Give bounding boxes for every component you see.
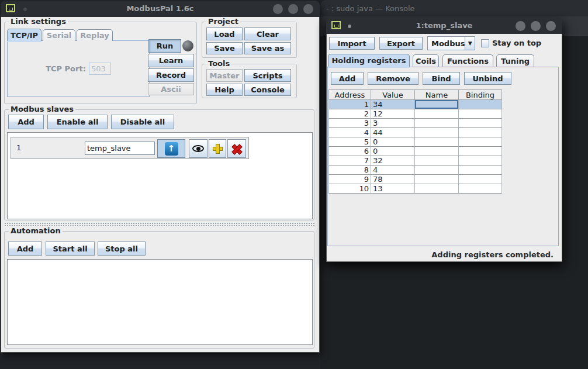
cell-value[interactable]: 44 <box>371 128 415 137</box>
cell-binding[interactable] <box>459 156 502 165</box>
cell-binding[interactable] <box>459 109 502 119</box>
tab-serial[interactable]: Serial <box>43 29 75 41</box>
record-button[interactable]: Record <box>148 68 194 82</box>
add-register-button[interactable]: Add <box>331 72 364 85</box>
cell-name[interactable] <box>415 128 459 137</box>
cell-value[interactable]: 3 <box>371 119 415 128</box>
modbus-mode-select[interactable]: Modbus ▼ <box>427 36 475 50</box>
cell-address[interactable]: 1 <box>328 100 371 109</box>
unbind-button[interactable]: Unbind <box>464 72 511 85</box>
tab-tuning[interactable]: Tuning <box>496 54 534 67</box>
tcp-port-input[interactable] <box>89 63 111 75</box>
cell-address[interactable]: 7 <box>328 156 371 165</box>
maximize-button[interactable] <box>531 21 541 31</box>
tab-holding-registers[interactable]: Holding registers <box>328 54 410 67</box>
disable-all-button[interactable]: Disable all <box>111 115 174 129</box>
slave-name-input[interactable] <box>85 142 155 155</box>
table-row[interactable]: 444 <box>328 128 502 137</box>
cell-binding[interactable] <box>459 184 502 194</box>
column-header-address[interactable]: Address <box>328 89 371 100</box>
temp-slave-titlebar[interactable]: 1:temp_slave <box>326 18 562 34</box>
table-row[interactable]: 50 <box>328 137 502 147</box>
column-header-binding[interactable]: Binding <box>459 89 502 100</box>
run-button[interactable]: Run <box>148 39 181 53</box>
split-divider[interactable] <box>4 222 314 226</box>
column-header-value[interactable]: Value <box>371 89 415 100</box>
table-row[interactable]: 33 <box>328 119 502 128</box>
table-row[interactable]: 134 <box>328 100 502 109</box>
cell-binding[interactable] <box>459 137 502 147</box>
table-row[interactable]: 978 <box>328 175 502 184</box>
chevron-down-icon[interactable]: ▼ <box>465 37 475 50</box>
cell-binding[interactable] <box>459 165 502 175</box>
cell-name[interactable] <box>415 165 459 175</box>
slave-row[interactable]: 1 ↑ <box>11 137 249 159</box>
cell-address[interactable]: 9 <box>328 175 371 184</box>
import-button[interactable]: Import <box>329 37 375 50</box>
table-row[interactable]: 1013 <box>328 184 502 194</box>
remove-register-button[interactable]: Remove <box>368 72 418 85</box>
cell-name[interactable] <box>415 147 459 156</box>
add-slave-button[interactable]: Add <box>8 115 44 129</box>
learn-button[interactable]: Learn <box>148 54 194 67</box>
cell-value[interactable]: 13 <box>371 184 415 194</box>
cell-value[interactable]: 32 <box>371 156 415 165</box>
add-automation-button[interactable]: Add <box>8 242 42 256</box>
cell-address[interactable]: 8 <box>328 165 371 175</box>
stop-all-button[interactable]: Stop all <box>98 242 146 256</box>
cell-value[interactable]: 4 <box>371 165 415 175</box>
cell-binding[interactable] <box>459 147 502 156</box>
table-row[interactable]: 732 <box>328 156 502 165</box>
save-as-button[interactable]: Save as <box>244 42 291 54</box>
add-tuning-button[interactable] <box>209 139 226 158</box>
column-header-name[interactable]: Name <box>415 89 459 100</box>
view-slave-button[interactable] <box>189 139 207 158</box>
cell-name[interactable] <box>415 156 459 165</box>
cell-name[interactable] <box>415 175 459 184</box>
cell-binding[interactable] <box>459 100 502 109</box>
tab-coils[interactable]: Coils <box>413 54 439 67</box>
cell-address[interactable]: 5 <box>328 137 371 147</box>
tab-tcpip[interactable]: TCP/IP <box>7 29 41 41</box>
bind-button[interactable]: Bind <box>423 72 460 85</box>
close-button[interactable] <box>303 4 313 14</box>
enable-all-button[interactable]: Enable all <box>47 115 108 129</box>
cell-binding[interactable] <box>459 175 502 184</box>
cell-binding[interactable] <box>459 128 502 137</box>
maximize-button[interactable] <box>288 4 298 14</box>
cell-value[interactable]: 78 <box>371 175 415 184</box>
cell-value[interactable]: 34 <box>371 100 415 109</box>
ascii-button[interactable]: Ascii <box>148 83 194 95</box>
master-button[interactable]: Master <box>206 69 243 82</box>
cell-address[interactable]: 4 <box>328 128 371 137</box>
start-all-button[interactable]: Start all <box>46 242 95 256</box>
cell-name[interactable] <box>415 119 459 128</box>
scripts-button[interactable]: Scripts <box>244 69 291 82</box>
cell-address[interactable]: 3 <box>328 119 371 128</box>
close-button[interactable] <box>546 21 556 31</box>
delete-slave-button[interactable] <box>227 139 246 158</box>
stay-on-top-checkbox[interactable] <box>481 39 489 47</box>
load-button[interactable]: Load <box>206 27 243 40</box>
table-row[interactable]: 60 <box>328 147 502 156</box>
cell-name[interactable] <box>415 184 459 194</box>
cell-name[interactable] <box>415 100 459 109</box>
cell-address[interactable]: 2 <box>328 109 371 119</box>
help-button[interactable]: Help <box>206 84 243 96</box>
export-button[interactable]: Export <box>379 37 423 50</box>
cell-value[interactable]: 0 <box>371 137 415 147</box>
tab-functions[interactable]: Functions <box>442 54 493 67</box>
cell-address[interactable]: 10 <box>328 184 371 194</box>
slave-enabled-toggle-button[interactable]: ↑ <box>157 139 185 158</box>
cell-value[interactable]: 12 <box>371 109 415 119</box>
save-button[interactable]: Save <box>206 42 243 54</box>
cell-name[interactable] <box>415 137 459 147</box>
cell-value[interactable]: 0 <box>371 147 415 156</box>
minimize-button[interactable] <box>516 21 525 31</box>
table-row[interactable]: 212 <box>328 109 502 119</box>
table-row[interactable]: 84 <box>328 165 502 175</box>
console-button[interactable]: Console <box>244 84 291 96</box>
konsole-titlebar[interactable]: - : sudo java — Konsole <box>320 0 588 16</box>
cell-address[interactable]: 6 <box>328 147 371 156</box>
tab-replay[interactable]: Replay <box>77 29 113 41</box>
